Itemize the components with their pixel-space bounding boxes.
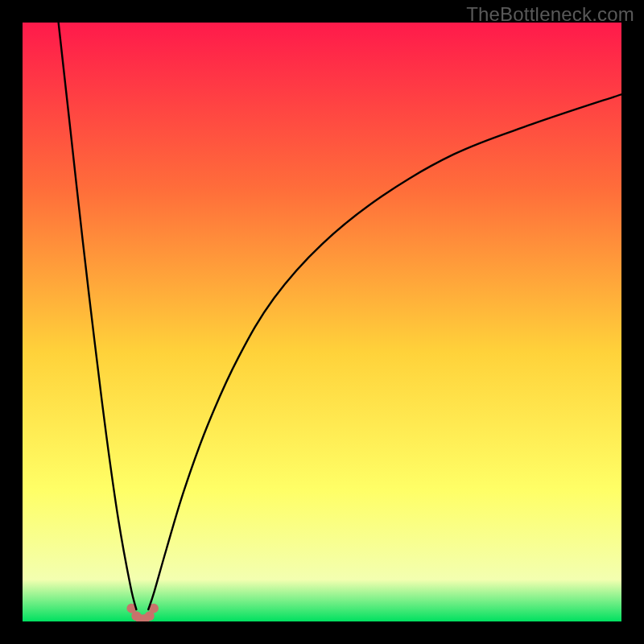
chart-frame: TheBottleneck.com (0, 0, 644, 644)
watermark-text: TheBottleneck.com (466, 3, 634, 26)
plot-area (23, 23, 621, 621)
gradient-background (23, 23, 621, 621)
chart-svg (23, 23, 621, 621)
